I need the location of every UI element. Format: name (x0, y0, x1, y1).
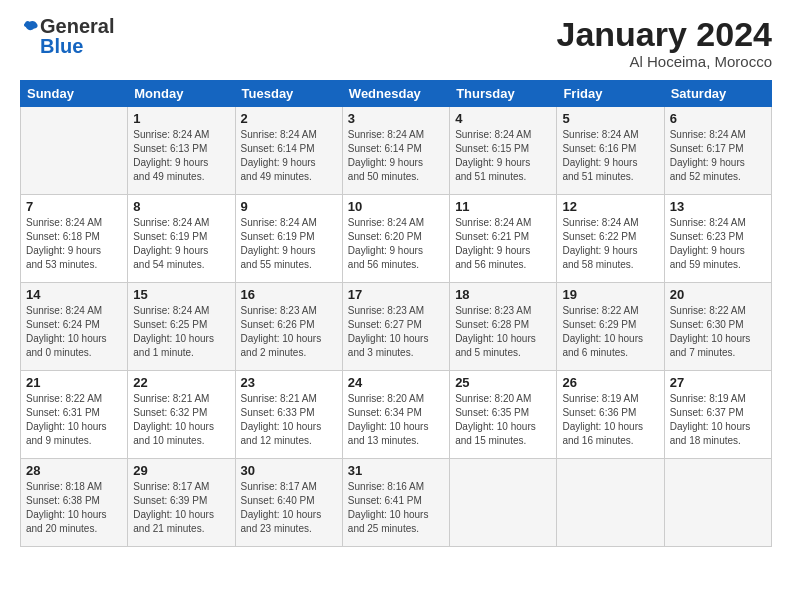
day-number: 31 (348, 463, 444, 478)
calendar-day-cell: 28Sunrise: 8:18 AMSunset: 6:38 PMDayligh… (21, 459, 128, 547)
day-number: 29 (133, 463, 229, 478)
calendar-day-cell: 13Sunrise: 8:24 AMSunset: 6:23 PMDayligh… (664, 195, 771, 283)
day-info: Sunrise: 8:24 AMSunset: 6:15 PMDaylight:… (455, 128, 551, 184)
day-number: 22 (133, 375, 229, 390)
day-info: Sunrise: 8:24 AMSunset: 6:18 PMDaylight:… (26, 216, 122, 272)
day-info: Sunrise: 8:24 AMSunset: 6:19 PMDaylight:… (133, 216, 229, 272)
day-info: Sunrise: 8:18 AMSunset: 6:38 PMDaylight:… (26, 480, 122, 536)
day-number: 10 (348, 199, 444, 214)
calendar-day-cell: 8Sunrise: 8:24 AMSunset: 6:19 PMDaylight… (128, 195, 235, 283)
day-number: 5 (562, 111, 658, 126)
title-block: January 2024 Al Hoceima, Morocco (557, 16, 773, 70)
day-info: Sunrise: 8:22 AMSunset: 6:29 PMDaylight:… (562, 304, 658, 360)
day-info: Sunrise: 8:20 AMSunset: 6:34 PMDaylight:… (348, 392, 444, 448)
calendar-day-cell: 26Sunrise: 8:19 AMSunset: 6:36 PMDayligh… (557, 371, 664, 459)
calendar-day-cell: 12Sunrise: 8:24 AMSunset: 6:22 PMDayligh… (557, 195, 664, 283)
calendar-day-cell: 10Sunrise: 8:24 AMSunset: 6:20 PMDayligh… (342, 195, 449, 283)
header-saturday: Saturday (664, 81, 771, 107)
calendar-day-cell: 16Sunrise: 8:23 AMSunset: 6:26 PMDayligh… (235, 283, 342, 371)
day-info: Sunrise: 8:23 AMSunset: 6:26 PMDaylight:… (241, 304, 337, 360)
calendar-week-row: 28Sunrise: 8:18 AMSunset: 6:38 PMDayligh… (21, 459, 772, 547)
day-number: 20 (670, 287, 766, 302)
day-info: Sunrise: 8:24 AMSunset: 6:17 PMDaylight:… (670, 128, 766, 184)
day-number: 19 (562, 287, 658, 302)
calendar-day-cell: 31Sunrise: 8:16 AMSunset: 6:41 PMDayligh… (342, 459, 449, 547)
calendar-day-cell (21, 107, 128, 195)
day-number: 26 (562, 375, 658, 390)
calendar-day-cell: 11Sunrise: 8:24 AMSunset: 6:21 PMDayligh… (450, 195, 557, 283)
calendar-day-cell: 7Sunrise: 8:24 AMSunset: 6:18 PMDaylight… (21, 195, 128, 283)
calendar-day-cell (664, 459, 771, 547)
calendar-day-cell: 14Sunrise: 8:24 AMSunset: 6:24 PMDayligh… (21, 283, 128, 371)
calendar-day-cell: 27Sunrise: 8:19 AMSunset: 6:37 PMDayligh… (664, 371, 771, 459)
day-info: Sunrise: 8:23 AMSunset: 6:28 PMDaylight:… (455, 304, 551, 360)
calendar-day-cell: 4Sunrise: 8:24 AMSunset: 6:15 PMDaylight… (450, 107, 557, 195)
logo-general-text: General (40, 15, 114, 37)
logo-blue-text: Blue (40, 35, 83, 57)
header-tuesday: Tuesday (235, 81, 342, 107)
day-number: 21 (26, 375, 122, 390)
day-info: Sunrise: 8:22 AMSunset: 6:30 PMDaylight:… (670, 304, 766, 360)
day-number: 25 (455, 375, 551, 390)
day-info: Sunrise: 8:24 AMSunset: 6:22 PMDaylight:… (562, 216, 658, 272)
day-info: Sunrise: 8:24 AMSunset: 6:20 PMDaylight:… (348, 216, 444, 272)
day-number: 4 (455, 111, 551, 126)
calendar-day-cell: 17Sunrise: 8:23 AMSunset: 6:27 PMDayligh… (342, 283, 449, 371)
calendar-week-row: 14Sunrise: 8:24 AMSunset: 6:24 PMDayligh… (21, 283, 772, 371)
calendar-day-cell (557, 459, 664, 547)
day-number: 13 (670, 199, 766, 214)
calendar-day-cell: 1Sunrise: 8:24 AMSunset: 6:13 PMDaylight… (128, 107, 235, 195)
header: General Blue January 2024 Al Hoceima, Mo… (20, 16, 772, 70)
calendar-day-cell: 19Sunrise: 8:22 AMSunset: 6:29 PMDayligh… (557, 283, 664, 371)
day-number: 27 (670, 375, 766, 390)
day-number: 3 (348, 111, 444, 126)
day-info: Sunrise: 8:24 AMSunset: 6:21 PMDaylight:… (455, 216, 551, 272)
day-number: 1 (133, 111, 229, 126)
day-number: 16 (241, 287, 337, 302)
day-number: 23 (241, 375, 337, 390)
calendar-table: Sunday Monday Tuesday Wednesday Thursday… (20, 80, 772, 547)
header-wednesday: Wednesday (342, 81, 449, 107)
day-info: Sunrise: 8:16 AMSunset: 6:41 PMDaylight:… (348, 480, 444, 536)
logo-bird-icon (22, 18, 40, 36)
day-info: Sunrise: 8:21 AMSunset: 6:33 PMDaylight:… (241, 392, 337, 448)
day-number: 6 (670, 111, 766, 126)
calendar-day-cell: 3Sunrise: 8:24 AMSunset: 6:14 PMDaylight… (342, 107, 449, 195)
header-monday: Monday (128, 81, 235, 107)
calendar-day-cell: 24Sunrise: 8:20 AMSunset: 6:34 PMDayligh… (342, 371, 449, 459)
month-title: January 2024 (557, 16, 773, 53)
calendar-week-row: 1Sunrise: 8:24 AMSunset: 6:13 PMDaylight… (21, 107, 772, 195)
day-number: 28 (26, 463, 122, 478)
day-number: 12 (562, 199, 658, 214)
calendar-day-cell (450, 459, 557, 547)
calendar-day-cell: 22Sunrise: 8:21 AMSunset: 6:32 PMDayligh… (128, 371, 235, 459)
calendar-day-cell: 21Sunrise: 8:22 AMSunset: 6:31 PMDayligh… (21, 371, 128, 459)
weekday-header-row: Sunday Monday Tuesday Wednesday Thursday… (21, 81, 772, 107)
calendar-day-cell: 6Sunrise: 8:24 AMSunset: 6:17 PMDaylight… (664, 107, 771, 195)
calendar-page: General Blue January 2024 Al Hoceima, Mo… (0, 0, 792, 612)
day-number: 18 (455, 287, 551, 302)
calendar-day-cell: 15Sunrise: 8:24 AMSunset: 6:25 PMDayligh… (128, 283, 235, 371)
day-info: Sunrise: 8:24 AMSunset: 6:24 PMDaylight:… (26, 304, 122, 360)
day-info: Sunrise: 8:21 AMSunset: 6:32 PMDaylight:… (133, 392, 229, 448)
header-sunday: Sunday (21, 81, 128, 107)
header-friday: Friday (557, 81, 664, 107)
calendar-day-cell: 18Sunrise: 8:23 AMSunset: 6:28 PMDayligh… (450, 283, 557, 371)
calendar-day-cell: 5Sunrise: 8:24 AMSunset: 6:16 PMDaylight… (557, 107, 664, 195)
day-number: 8 (133, 199, 229, 214)
calendar-day-cell: 30Sunrise: 8:17 AMSunset: 6:40 PMDayligh… (235, 459, 342, 547)
calendar-day-cell: 25Sunrise: 8:20 AMSunset: 6:35 PMDayligh… (450, 371, 557, 459)
day-info: Sunrise: 8:23 AMSunset: 6:27 PMDaylight:… (348, 304, 444, 360)
day-number: 15 (133, 287, 229, 302)
day-info: Sunrise: 8:24 AMSunset: 6:14 PMDaylight:… (241, 128, 337, 184)
day-info: Sunrise: 8:19 AMSunset: 6:37 PMDaylight:… (670, 392, 766, 448)
day-info: Sunrise: 8:24 AMSunset: 6:23 PMDaylight:… (670, 216, 766, 272)
day-number: 17 (348, 287, 444, 302)
day-info: Sunrise: 8:17 AMSunset: 6:40 PMDaylight:… (241, 480, 337, 536)
day-number: 14 (26, 287, 122, 302)
day-info: Sunrise: 8:24 AMSunset: 6:19 PMDaylight:… (241, 216, 337, 272)
calendar-day-cell: 2Sunrise: 8:24 AMSunset: 6:14 PMDaylight… (235, 107, 342, 195)
day-number: 7 (26, 199, 122, 214)
day-info: Sunrise: 8:24 AMSunset: 6:14 PMDaylight:… (348, 128, 444, 184)
day-number: 30 (241, 463, 337, 478)
